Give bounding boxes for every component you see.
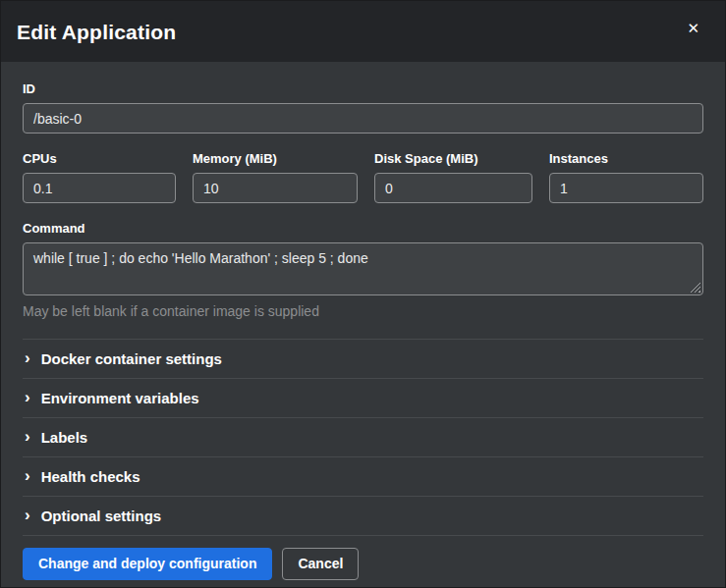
command-textarea[interactable]: while [ true ] ; do echo 'Hello Marathon…: [23, 242, 703, 295]
chevron-right-icon: ›: [25, 389, 30, 405]
section-optional-settings[interactable]: › Optional settings: [23, 496, 703, 535]
modal-title: Edit Application: [17, 17, 176, 44]
cancel-button[interactable]: Cancel: [282, 548, 359, 580]
disk-field-group: Disk Space (MiB): [374, 151, 532, 203]
command-textarea-wrap: while [ true ] ; do echo 'Hello Marathon…: [23, 242, 703, 295]
modal-footer: Change and deploy configuration Cancel: [1, 536, 725, 588]
chevron-right-icon: ›: [25, 467, 30, 484]
collapsible-sections: › Docker container settings › Environmen…: [23, 339, 703, 536]
cpus-input[interactable]: [23, 173, 176, 203]
command-label: Command: [23, 221, 703, 236]
chevron-right-icon: ›: [25, 507, 30, 523]
section-label: Labels: [41, 429, 88, 446]
resource-fields-row: CPUs Memory (MiB) Disk Space (MiB) Insta…: [23, 151, 703, 203]
chevron-right-icon: ›: [25, 349, 30, 366]
instances-field-group: Instances: [549, 151, 703, 203]
section-health-checks[interactable]: › Health checks: [23, 456, 703, 496]
section-label: Docker container settings: [41, 350, 222, 367]
disk-label: Disk Space (MiB): [374, 151, 532, 166]
close-icon[interactable]: ✕: [685, 17, 701, 39]
modal-body: ID CPUs Memory (MiB) Disk Space (MiB) In…: [1, 62, 725, 536]
cpus-field-group: CPUs: [23, 151, 176, 203]
id-label: ID: [23, 81, 703, 96]
section-labels[interactable]: › Labels: [23, 417, 703, 456]
id-field-group: ID: [23, 81, 703, 134]
command-help-text: May be left blank if a container image i…: [23, 303, 703, 319]
memory-field-group: Memory (MiB): [193, 151, 358, 203]
section-docker-container-settings[interactable]: › Docker container settings: [23, 339, 703, 378]
chevron-right-icon: ›: [25, 428, 30, 445]
instances-label: Instances: [549, 151, 703, 166]
section-environment-variables[interactable]: › Environment variables: [23, 378, 703, 417]
change-and-deploy-button[interactable]: Change and deploy configuration: [23, 548, 272, 580]
modal-header: Edit Application ✕: [1, 1, 725, 62]
disk-input[interactable]: [374, 173, 532, 203]
memory-input[interactable]: [193, 173, 358, 203]
id-input[interactable]: [23, 103, 703, 134]
section-label: Health checks: [41, 468, 140, 485]
section-label: Environment variables: [41, 390, 199, 406]
edit-application-modal: Edit Application ✕ ID CPUs Memory (MiB) …: [1, 1, 725, 587]
memory-label: Memory (MiB): [193, 151, 358, 166]
command-field-group: Command while [ true ] ; do echo 'Hello …: [23, 221, 703, 319]
section-label: Optional settings: [41, 508, 162, 524]
cpus-label: CPUs: [23, 151, 176, 166]
instances-input[interactable]: [549, 173, 703, 203]
